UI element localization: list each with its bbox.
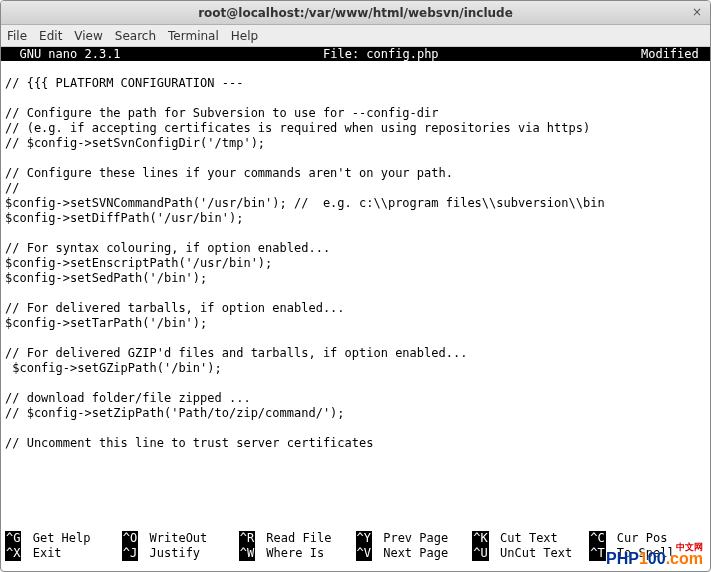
shortcut-key: ^U bbox=[472, 546, 488, 561]
shortcut-key: ^T bbox=[589, 546, 605, 561]
editor-line: $config->setDiffPath('/usr/bin'); bbox=[5, 211, 706, 226]
shortcut-to-spell[interactable]: ^T To Spell bbox=[589, 546, 706, 561]
editor-line bbox=[5, 226, 706, 241]
shortcut-next-page[interactable]: ^V Next Page bbox=[356, 546, 473, 561]
editor-line: // Uncomment this line to trust server c… bbox=[5, 436, 706, 451]
window-title: root@localhost:/var/www/html/websvn/incl… bbox=[198, 6, 513, 20]
shortcut-cur-pos[interactable]: ^C Cur Pos bbox=[589, 531, 706, 546]
editor-line bbox=[5, 421, 706, 436]
menu-help[interactable]: Help bbox=[231, 29, 258, 43]
nano-version: GNU nano 2.3.1 bbox=[5, 47, 121, 61]
shortcut-label: Justify bbox=[142, 546, 200, 561]
shortcut-exit[interactable]: ^X Exit bbox=[5, 546, 122, 561]
nano-status-bar: GNU nano 2.3.1 File: config.php Modified bbox=[1, 47, 710, 61]
shortcut-get-help[interactable]: ^G Get Help bbox=[5, 531, 122, 546]
close-icon[interactable]: × bbox=[690, 5, 704, 19]
shortcut-label: UnCut Text bbox=[493, 546, 572, 561]
shortcut-label: Get Help bbox=[25, 531, 90, 546]
shortcut-key: ^J bbox=[122, 546, 138, 561]
shortcut-justify[interactable]: ^J Justify bbox=[122, 546, 239, 561]
editor-line: // Configure these lines if your command… bbox=[5, 166, 706, 181]
shortcut-label: Prev Page bbox=[376, 531, 448, 546]
editor-line bbox=[5, 451, 706, 466]
menu-file[interactable]: File bbox=[7, 29, 27, 43]
shortcut-writeout[interactable]: ^O WriteOut bbox=[122, 531, 239, 546]
nano-file-label: File: config.php bbox=[121, 47, 641, 61]
shortcut-key: ^O bbox=[122, 531, 138, 546]
editor-line: // For delivered GZIP'd files and tarbal… bbox=[5, 346, 706, 361]
editor-line: // $config->setSvnConfigDir('/tmp'); bbox=[5, 136, 706, 151]
shortcut-prev-page[interactable]: ^Y Prev Page bbox=[356, 531, 473, 546]
editor-line bbox=[5, 331, 706, 346]
shortcut-key: ^V bbox=[356, 546, 372, 561]
shortcut-key: ^K bbox=[472, 531, 488, 546]
menu-search[interactable]: Search bbox=[115, 29, 156, 43]
editor-line: $config->setGZipPath('/bin'); bbox=[5, 361, 706, 376]
shortcut-label: Exit bbox=[25, 546, 61, 561]
editor-line: $config->setSedPath('/bin'); bbox=[5, 271, 706, 286]
nano-modified-status: Modified bbox=[641, 47, 706, 61]
editor-content[interactable]: // {{{ PLATFORM CONFIGURATION ---// Conf… bbox=[1, 61, 710, 531]
editor-line bbox=[5, 286, 706, 301]
shortcut-label: WriteOut bbox=[142, 531, 207, 546]
shortcut-label: Cut Text bbox=[493, 531, 558, 546]
editor-line: // bbox=[5, 181, 706, 196]
editor-line: $config->setEnscriptPath('/usr/bin'); bbox=[5, 256, 706, 271]
shortcut-label: Cur Pos bbox=[610, 531, 668, 546]
shortcut-label: Where Is bbox=[259, 546, 324, 561]
editor-line: $config->setTarPath('/bin'); bbox=[5, 316, 706, 331]
menu-terminal[interactable]: Terminal bbox=[168, 29, 219, 43]
menu-view[interactable]: View bbox=[74, 29, 102, 43]
editor-line: // (e.g. if accepting certificates is re… bbox=[5, 121, 706, 136]
editor-line bbox=[5, 91, 706, 106]
editor-line: // $config->setZipPath('Path/to/zip/comm… bbox=[5, 406, 706, 421]
editor-line bbox=[5, 151, 706, 166]
shortcut-where-is[interactable]: ^W Where Is bbox=[239, 546, 356, 561]
shortcut-bar-row2: ^X Exit^J Justify^W Where Is^V Next Page… bbox=[1, 546, 710, 561]
shortcut-key: ^C bbox=[589, 531, 605, 546]
shortcut-key: ^G bbox=[5, 531, 21, 546]
shortcut-read-file[interactable]: ^R Read File bbox=[239, 531, 356, 546]
shortcut-label: Next Page bbox=[376, 546, 448, 561]
editor-line: // Configure the path for Subversion to … bbox=[5, 106, 706, 121]
editor-line: // For delivered tarballs, if option ena… bbox=[5, 301, 706, 316]
editor-line bbox=[5, 61, 706, 76]
window-titlebar: root@localhost:/var/www/html/websvn/incl… bbox=[1, 1, 710, 25]
menu-edit[interactable]: Edit bbox=[39, 29, 62, 43]
shortcut-key: ^X bbox=[5, 546, 21, 561]
editor-line bbox=[5, 376, 706, 391]
editor-line: // download folder/file zipped ... bbox=[5, 391, 706, 406]
editor-line: // For syntax colouring, if option enabl… bbox=[5, 241, 706, 256]
shortcut-label: To Spell bbox=[610, 546, 675, 561]
shortcut-bar-row1: ^G Get Help^O WriteOut^R Read File^Y Pre… bbox=[1, 531, 710, 546]
editor-line: // {{{ PLATFORM CONFIGURATION --- bbox=[5, 76, 706, 91]
shortcut-uncut-text[interactable]: ^U UnCut Text bbox=[472, 546, 589, 561]
shortcut-label: Read File bbox=[259, 531, 331, 546]
shortcut-key: ^R bbox=[239, 531, 255, 546]
shortcut-cut-text[interactable]: ^K Cut Text bbox=[472, 531, 589, 546]
menu-bar: File Edit View Search Terminal Help bbox=[1, 25, 710, 47]
shortcut-key: ^W bbox=[239, 546, 255, 561]
shortcut-key: ^Y bbox=[356, 531, 372, 546]
editor-line: $config->setSVNCommandPath('/usr/bin'); … bbox=[5, 196, 706, 211]
